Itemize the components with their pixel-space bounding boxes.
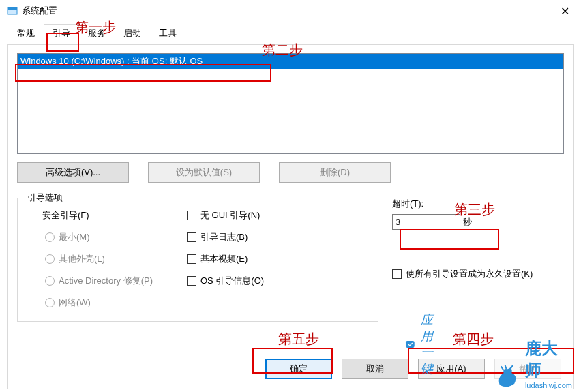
tab-strip: 常规 引导 服务 启动 工具 [8, 24, 574, 44]
os-list-item[interactable]: Windows 10 (C:\Windows) : 当前 OS; 默认 OS [18, 54, 563, 69]
delete-button: 删除(D) [279, 162, 391, 183]
ad-repair-label: Active Directory 修复(P) [59, 275, 153, 287]
alt-shell-label: 其他外壳(L) [59, 253, 105, 265]
minimal-radio: 最小(M) [45, 231, 153, 243]
os-boot-info-label: OS 引导信息(O) [200, 275, 264, 287]
svg-rect-1 [8, 7, 17, 10]
dialog-buttons: 确定 取消 应用(A) 帮助 [265, 359, 561, 379]
base-video-checkbox[interactable]: 基本视频(E) [187, 253, 264, 265]
tab-boot[interactable]: 引导 [44, 24, 79, 44]
msconfig-icon [7, 5, 18, 16]
permanent-label: 使所有引导设置成为永久设置(K) [406, 268, 533, 280]
safe-boot-checkbox[interactable]: 安全引导(F) [29, 209, 153, 222]
safe-boot-label: 安全引导(F) [42, 209, 89, 222]
minimal-label: 最小(M) [59, 231, 90, 243]
no-gui-checkbox[interactable]: 无 GUI 引导(N) [187, 209, 264, 222]
ok-button[interactable]: 确定 [265, 359, 332, 379]
tab-startup[interactable]: 启动 [115, 24, 150, 44]
titlebar: 系统配置 ✕ [0, 0, 581, 22]
advanced-options-button[interactable]: 高级选项(V)... [17, 162, 129, 183]
tab-general[interactable]: 常规 [8, 24, 44, 44]
permanent-checkbox[interactable]: 使所有引导设置成为永久设置(K) [392, 268, 564, 280]
timeout-label: 超时(T): [392, 198, 564, 210]
alt-shell-radio: 其他外壳(L) [45, 253, 153, 265]
permanent-input[interactable] [392, 269, 402, 279]
boot-log-label: 引导日志(B) [200, 231, 248, 243]
boot-log-checkbox[interactable]: 引导日志(B) [187, 231, 264, 243]
minimal-input [45, 232, 55, 242]
tab-tools[interactable]: 工具 [150, 24, 185, 44]
os-boot-info-checkbox[interactable]: OS 引导信息(O) [187, 275, 264, 287]
base-video-input[interactable] [187, 254, 196, 264]
safe-boot-input[interactable] [29, 211, 38, 220]
cancel-button[interactable]: 取消 [342, 359, 408, 379]
os-boot-info-input[interactable] [187, 276, 196, 286]
set-default-button: 设为默认值(S) [148, 162, 260, 183]
base-video-label: 基本视频(E) [200, 253, 248, 265]
tab-services[interactable]: 服务 [79, 24, 115, 44]
os-listbox[interactable]: Windows 10 (C:\Windows) : 当前 OS; 默认 OS [17, 53, 564, 154]
boot-options-title: 引导选项 [25, 192, 65, 204]
network-radio: 网络(W) [45, 297, 153, 309]
boot-log-input[interactable] [187, 232, 196, 242]
network-input [45, 298, 55, 307]
no-gui-input[interactable] [187, 211, 196, 220]
os-button-row: 高级选项(V)... 设为默认值(S) 删除(D) [17, 162, 564, 183]
no-gui-label: 无 GUI 引导(N) [200, 209, 260, 222]
close-button[interactable]: ✕ [551, 0, 578, 22]
alt-shell-input [45, 254, 55, 264]
timeout-unit: 秒 [463, 216, 472, 228]
timeout-input[interactable] [392, 214, 460, 230]
apply-button[interactable]: 应用(A) [418, 359, 485, 379]
tab-panel: Windows 10 (C:\Windows) : 当前 OS; 默认 OS 高… [7, 44, 574, 389]
ad-repair-radio: Active Directory 修复(P) [45, 275, 153, 287]
ad-repair-input [45, 276, 55, 286]
dialog-content: 常规 引导 服务 启动 工具 Windows 10 (C:\Windows) :… [0, 22, 581, 392]
boot-options-group: 引导选项 安全引导(F) 最小(M) [17, 198, 378, 322]
window-title: 系统配置 [22, 5, 57, 17]
network-label: 网络(W) [59, 297, 91, 309]
help-button[interactable]: 帮助 [494, 359, 561, 379]
